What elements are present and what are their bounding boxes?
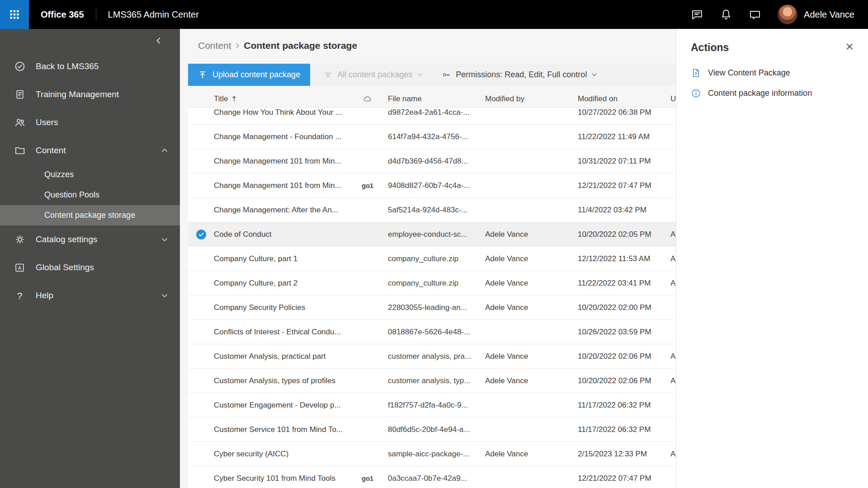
cell-modified-on: 10/20/2022 02:05 PM xyxy=(576,230,668,239)
cell-modified-on: 10/26/2022 03:59 PM xyxy=(576,328,668,337)
topbar-divider xyxy=(96,8,96,21)
suite-topbar: Office 365 LMS365 Admin Center Adele Van… xyxy=(0,0,868,29)
close-panel-button[interactable]: × xyxy=(844,41,854,52)
topbar-actions: Adele Vance xyxy=(691,5,868,24)
selected-check-icon xyxy=(196,230,206,239)
permissions-dropdown[interactable]: Permissions: Read, Edit, Full control xyxy=(439,70,600,80)
cell-file-name: 80df6d5c-20bf-4e94-a... xyxy=(386,425,483,434)
action-view-content-package[interactable]: View Content Package xyxy=(691,68,854,78)
chevron-left-icon xyxy=(155,37,163,45)
cell-title: Company Culture, part 2 xyxy=(214,279,349,288)
cell-modified-on: 11/22/2022 11:49 AM xyxy=(576,132,668,141)
cell-file-name: d4d7b369-d456-47d8... xyxy=(386,157,483,166)
cell-file-name: company_culture.zip xyxy=(386,279,483,288)
cell-title: Change Management: After the An... xyxy=(214,206,349,215)
cell-file-name: 0818867e-5626-4e48-... xyxy=(386,328,483,337)
cell-title: Customer Engagement - Develop p... xyxy=(214,401,349,410)
sidebar-item-back-to-lms365[interactable]: Back to LMS365 xyxy=(0,52,180,80)
app-title: LMS365 Admin Center xyxy=(108,9,199,20)
sidebar-item-users[interactable]: Users xyxy=(0,108,180,136)
cell-modified-on: 12/12/2022 11:53 AM xyxy=(576,254,668,263)
sidebar-item-content[interactable]: Content xyxy=(0,136,180,164)
filter-icon xyxy=(324,70,333,80)
cell-title: Code of Conduct xyxy=(214,230,349,239)
cell-file-name: f182f757-d2fa-4a0c-9... xyxy=(386,401,483,410)
header-title[interactable]: Title xyxy=(214,94,349,103)
feedback-button[interactable] xyxy=(749,8,761,21)
sidebar-item-training-management[interactable]: Training Management xyxy=(0,80,180,108)
breadcrumb-parent[interactable]: Content xyxy=(198,40,231,51)
row-select[interactable] xyxy=(188,230,214,239)
cell-file-name: customer analysis, typ... xyxy=(386,376,483,385)
chevron-down-icon xyxy=(591,72,597,78)
product-name: Office 365 xyxy=(41,9,84,20)
cell-modified-by: Adele Vance xyxy=(483,376,576,385)
global-settings-icon: A xyxy=(14,262,26,273)
info-icon xyxy=(691,88,701,99)
cell-title: Company Culture, part 1 xyxy=(214,254,349,263)
header-modified-on-label: Modified on xyxy=(578,94,618,103)
app-launcher-button[interactable] xyxy=(0,0,29,29)
header-provider[interactable] xyxy=(349,94,386,103)
cell-file-name: employee-conduct-sc... xyxy=(386,230,483,239)
chevron-down-icon xyxy=(161,292,168,299)
notifications-button[interactable] xyxy=(720,8,732,21)
sidebar-item-label: Global Settings xyxy=(36,263,168,272)
header-modified-on[interactable]: Modified on xyxy=(576,94,668,103)
sidebar-item-label: Catalog settings xyxy=(36,235,151,244)
chevron-down-icon xyxy=(417,72,423,78)
cell-modified-by: Adele Vance xyxy=(483,230,576,239)
sidebar-item-label: Users xyxy=(36,117,168,127)
sidebar-item-label: Training Management xyxy=(36,89,168,99)
upload-content-package-button[interactable]: Upload content package xyxy=(188,64,310,86)
header-title-label: Title xyxy=(214,94,228,103)
cloud-icon xyxy=(363,94,372,103)
cell-modified-on: 2/15/2023 12:33 PM xyxy=(576,450,668,459)
sidebar-collapse-button[interactable] xyxy=(153,35,165,47)
feedback-icon xyxy=(749,8,761,21)
cell-modified-on: 12/21/2022 07:47 PM xyxy=(576,474,668,483)
cell-title: Change Management - Foundation ... xyxy=(214,132,349,141)
sidebar-navigation: Back to LMS365 Training Management Users xyxy=(0,29,180,488)
header-modified-by[interactable]: Modified by xyxy=(483,94,576,103)
cell-provider: go1 xyxy=(349,182,386,189)
training-management-icon xyxy=(14,89,26,100)
header-file-name[interactable]: File name xyxy=(386,94,483,103)
sidebar-subitem-question-pools[interactable]: Question Pools xyxy=(0,185,180,205)
content-packages-filter-dropdown[interactable]: All content packages xyxy=(321,70,425,80)
users-icon xyxy=(14,117,26,128)
cell-title: Conflicts of Interest - Ethical Condu... xyxy=(214,328,349,337)
header-file-name-label: File name xyxy=(388,94,422,103)
action-label: Content package information xyxy=(708,89,812,98)
cell-modified-on: 10/20/2022 02:06 PM xyxy=(576,352,668,361)
sidebar-subitem-content-package-storage[interactable]: Content package storage xyxy=(0,205,180,225)
filter-dropdown-label: All content packages xyxy=(337,70,412,80)
cell-modified-on: 10/27/2022 06:38 PM xyxy=(576,108,668,117)
sidebar-item-global-settings[interactable]: A Global Settings xyxy=(0,253,180,282)
sidebar-item-help[interactable]: ? Help xyxy=(0,282,180,310)
cell-title: Company Security Policies xyxy=(214,303,349,312)
chat-button[interactable] xyxy=(691,8,703,21)
sidebar-subitem-label: Content package storage xyxy=(44,211,135,220)
cell-file-name: sample-aicc-package-... xyxy=(386,450,483,459)
cell-modified-on: 11/4/2022 03:42 PM xyxy=(576,206,668,215)
gear-icon xyxy=(14,234,26,245)
actions-panel-title: Actions xyxy=(691,41,729,54)
sidebar-subitem-label: Quizzes xyxy=(44,170,74,179)
sidebar-subitem-label: Question Pools xyxy=(44,190,99,200)
cell-modified-by: Adele Vance xyxy=(483,254,576,263)
cell-file-name: company_culture.zip xyxy=(386,254,483,263)
account-menu-button[interactable]: Adele Vance xyxy=(778,5,854,24)
page-title: Content package storage xyxy=(244,40,357,51)
cell-title: Cyber security (AICC) xyxy=(214,450,349,459)
cell-title: Customer Service 101 from Mind To... xyxy=(214,425,349,434)
sidebar-subitem-quizzes[interactable]: Quizzes xyxy=(0,164,180,185)
sidebar-item-catalog-settings[interactable]: Catalog settings xyxy=(0,225,180,253)
header-modified-by-label: Modified by xyxy=(485,94,524,103)
cell-modified-on: 11/17/2022 06:32 PM xyxy=(576,401,668,410)
action-content-package-information[interactable]: Content package information xyxy=(691,88,854,99)
breadcrumb-separator-icon: › xyxy=(236,40,240,51)
avatar xyxy=(778,5,797,24)
sort-ascending-icon xyxy=(231,95,237,102)
chevron-down-icon xyxy=(161,236,168,243)
